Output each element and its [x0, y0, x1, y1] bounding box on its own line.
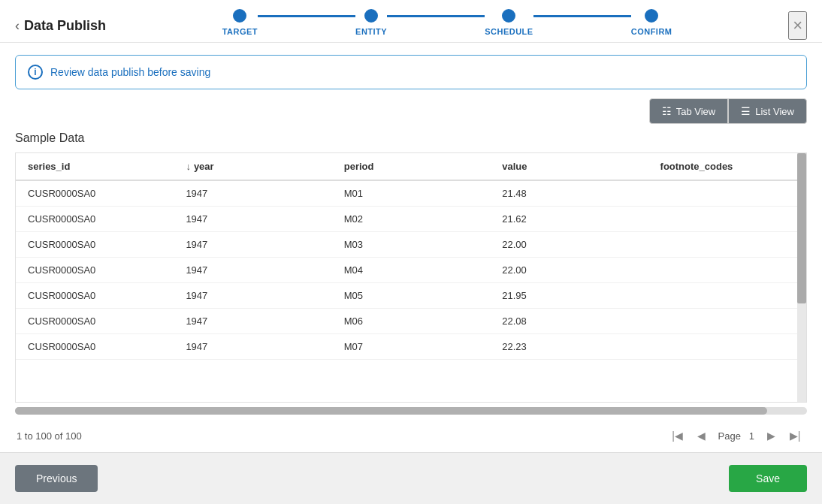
step-schedule-circle: [502, 9, 515, 23]
horizontal-scrollbar[interactable]: [15, 407, 807, 415]
section-title: Sample Data: [15, 131, 807, 145]
table-row: CUSR0000SA01947M0422.00: [16, 258, 806, 283]
step-target: TARGET: [222, 9, 258, 36]
scrollbar-thumb: [797, 153, 806, 303]
cell-year: 1947: [174, 283, 331, 309]
list-view-label: List View: [755, 106, 794, 117]
list-view-button[interactable]: ☰ List View: [728, 98, 807, 124]
table-row: CUSR0000SA01947M0121.48: [16, 180, 806, 207]
cell-year: 1947: [174, 334, 331, 360]
save-button[interactable]: Save: [729, 465, 807, 492]
table-scroll-area[interactable]: series_id ↓year period value footnote_co: [16, 153, 806, 402]
cell-series_id: CUSR0000SA0: [16, 309, 174, 334]
cell-period: M04: [332, 258, 490, 283]
cell-period: M03: [332, 232, 490, 258]
cell-year: 1947: [174, 180, 331, 207]
tab-view-icon: ☷: [662, 105, 672, 117]
pagination-range: 1 to 100 of 100: [17, 430, 82, 442]
cell-footnote_codes: [648, 334, 806, 360]
page-navigation: |◀ ◀ Page 1 ▶ ▶|: [667, 425, 805, 446]
back-arrow-icon: ‹: [15, 18, 20, 34]
step-schedule-label: SCHEDULE: [485, 27, 533, 36]
prev-page-button[interactable]: ◀: [691, 425, 712, 446]
cell-series_id: CUSR0000SA0: [16, 207, 174, 232]
footer: Previous Save: [0, 452, 822, 504]
cell-period: M05: [332, 283, 490, 309]
stepper: TARGET ENTITY SCHEDULE CONFIRM: [106, 9, 788, 42]
list-view-icon: ☰: [741, 105, 751, 117]
table-row: CUSR0000SA01947M0322.00: [16, 232, 806, 258]
step-confirm-label: CONFIRM: [631, 27, 672, 36]
table-body: CUSR0000SA01947M0121.48CUSR0000SA01947M0…: [16, 180, 806, 360]
cell-year: 1947: [174, 232, 331, 258]
step-line-1: [258, 15, 355, 17]
col-header-footnote-codes: footnote_codes: [648, 153, 806, 180]
table-row: CUSR0000SA01947M0521.95: [16, 283, 806, 309]
close-button[interactable]: ×: [788, 11, 807, 40]
cell-year: 1947: [174, 309, 331, 334]
cell-footnote_codes: [648, 207, 806, 232]
cell-footnote_codes: [648, 180, 806, 207]
step-confirm-circle: [645, 9, 658, 23]
cell-value: 22.23: [490, 334, 648, 360]
col-header-period: period: [332, 153, 490, 180]
table-row: CUSR0000SA01947M0622.08: [16, 309, 806, 334]
cell-period: M07: [332, 334, 490, 360]
cell-value: 21.48: [490, 180, 648, 207]
back-button[interactable]: ‹ Data Publish: [15, 18, 106, 34]
cell-value: 22.00: [490, 232, 648, 258]
data-table-container: series_id ↓year period value footnote_co: [15, 152, 807, 403]
stepper-wrapper: TARGET ENTITY SCHEDULE CONFIRM: [222, 9, 672, 36]
first-page-button[interactable]: |◀: [667, 425, 688, 446]
step-target-label: TARGET: [222, 27, 258, 36]
col-header-value: value: [490, 153, 648, 180]
cell-value: 21.95: [490, 283, 648, 309]
cell-year: 1947: [174, 258, 331, 283]
cell-period: M06: [332, 309, 490, 334]
step-entity-label: ENTITY: [355, 27, 387, 36]
cell-series_id: CUSR0000SA0: [16, 283, 174, 309]
header: ‹ Data Publish TARGET ENTITY SCHEDULE CO…: [0, 0, 822, 43]
info-icon: i: [28, 65, 43, 80]
previous-button[interactable]: Previous: [15, 465, 98, 492]
cell-series_id: CUSR0000SA0: [16, 258, 174, 283]
page-label: Page 1: [715, 430, 757, 442]
cell-series_id: CUSR0000SA0: [16, 180, 174, 207]
view-buttons-container: ☷ Tab View ☰ List View: [15, 98, 807, 124]
info-banner: i Review data publish before saving: [15, 55, 807, 89]
banner-text: Review data publish before saving: [50, 66, 210, 78]
step-schedule: SCHEDULE: [485, 9, 533, 36]
table-row: CUSR0000SA01947M0221.62: [16, 207, 806, 232]
table-row: CUSR0000SA01947M0722.23: [16, 334, 806, 360]
next-page-button[interactable]: ▶: [760, 425, 781, 446]
step-line-2: [387, 15, 485, 17]
cell-value: 22.00: [490, 258, 648, 283]
cell-footnote_codes: [648, 258, 806, 283]
step-entity-circle: [364, 9, 378, 23]
col-header-year[interactable]: ↓year: [174, 153, 331, 180]
col-header-series-id: series_id: [16, 153, 174, 180]
vertical-scrollbar[interactable]: [797, 153, 806, 402]
step-confirm: CONFIRM: [631, 9, 672, 36]
page-title: Data Publish: [24, 18, 106, 34]
table-header-row: series_id ↓year period value footnote_co: [16, 153, 806, 180]
step-line-3: [533, 15, 631, 17]
cell-footnote_codes: [648, 309, 806, 334]
main-content: Sample Data series_id ↓year period: [0, 131, 822, 452]
cell-footnote_codes: [648, 283, 806, 309]
step-target-circle: [233, 9, 246, 23]
h-scrollbar-thumb: [15, 407, 767, 415]
sort-down-icon: ↓: [186, 161, 191, 172]
cell-period: M01: [332, 180, 490, 207]
last-page-button[interactable]: ▶|: [784, 425, 805, 446]
cell-series_id: CUSR0000SA0: [16, 232, 174, 258]
cell-year: 1947: [174, 207, 331, 232]
cell-value: 21.62: [490, 207, 648, 232]
cell-series_id: CUSR0000SA0: [16, 334, 174, 360]
cell-value: 22.08: [490, 309, 648, 334]
tab-view-button[interactable]: ☷ Tab View: [649, 98, 729, 124]
step-entity: ENTITY: [355, 9, 387, 36]
tab-view-label: Tab View: [676, 106, 716, 117]
data-table: series_id ↓year period value footnote_co: [16, 153, 806, 360]
cell-footnote_codes: [648, 232, 806, 258]
